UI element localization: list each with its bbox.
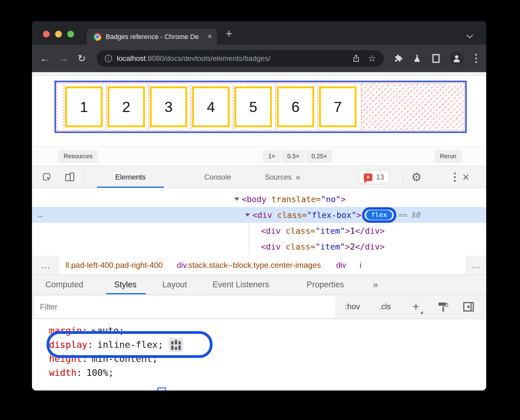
toolbar-divider: [403, 171, 403, 183]
shorthand-expander-icon[interactable]: [92, 329, 96, 333]
flex-container-demo[interactable]: 1234567: [54, 81, 467, 133]
breadcrumb: … ll.pad-left-400.pad-right-400 div.stac…: [32, 256, 486, 275]
item2-element-code: <div class="item">2</div>: [261, 242, 385, 251]
tab-elements[interactable]: Elements: [97, 166, 164, 188]
flex-item: 1: [65, 86, 103, 127]
css-rule-width[interactable]: width:100%;: [32, 366, 486, 380]
window-zoom-button[interactable]: [67, 31, 74, 37]
flex-badge[interactable]: flex: [366, 210, 392, 220]
tab-sources[interactable]: Sources: [265, 166, 292, 188]
css-property-value[interactable]: min-content;: [92, 352, 158, 366]
tab-properties[interactable]: Properties: [307, 275, 344, 294]
css-property-value[interactable]: auto;: [97, 324, 124, 338]
flex-badge-highlight-ring: flex: [366, 210, 392, 220]
tree-row-flex-box-selected[interactable]: … <div class="flex-box"> flex == $0: [32, 207, 486, 223]
inspect-element-icon[interactable]: [42, 166, 52, 188]
url-path: :8080/docs/devtools/elements/badges/: [146, 54, 271, 62]
browser-tab[interactable]: Badges reference - Chrome De ×: [87, 29, 217, 45]
hidden-ancestors-ellipsis[interactable]: …: [37, 209, 44, 219]
css-rule-display[interactable]: display:inline-flex;: [32, 338, 486, 352]
profile-avatar[interactable]: [450, 51, 464, 65]
devtools-menu-kebab-icon[interactable]: [442, 166, 457, 188]
pseudo-state-toggle[interactable]: :hov: [345, 295, 360, 319]
new-tab-button[interactable]: +: [226, 28, 232, 39]
tab-layout[interactable]: Layout: [162, 275, 187, 294]
extensions-puzzle-icon[interactable]: [394, 54, 403, 63]
styles-tab-underline: [106, 293, 146, 294]
toggle-sidebar-panel-icon[interactable]: [462, 295, 475, 319]
dollar-zero: $0: [412, 211, 421, 219]
tab-styles[interactable]: Styles: [114, 275, 137, 294]
error-badge[interactable]: × 13: [359, 170, 389, 184]
url-text[interactable]: localhost:8080/docs/devtools/elements/ba…: [117, 54, 344, 63]
css-property-name[interactable]: height: [49, 352, 82, 366]
device-toolbar-icon[interactable]: [64, 166, 75, 188]
expand-caret-icon[interactable]: [234, 198, 239, 201]
bookmark-star-icon[interactable]: ☆: [368, 54, 376, 63]
paint-roller-icon[interactable]: [437, 295, 450, 319]
css-rule-margin[interactable]: margin:auto;: [32, 324, 486, 338]
flex-item: 5: [234, 86, 272, 127]
window-minimize-button[interactable]: [55, 31, 62, 37]
site-info-icon[interactable]: i: [105, 55, 112, 62]
more-tabs-icon[interactable]: »: [296, 166, 300, 188]
element-classes-toggle[interactable]: .cls: [379, 295, 391, 319]
tab-title: Badges reference - Chrome De: [106, 33, 205, 41]
tab-event-listeners[interactable]: Event Listeners: [213, 275, 269, 294]
item1-element-code: <div class="item">1</div>: [261, 226, 385, 236]
breadcrumb-item[interactable]: div.stack.stack--block.type.center-image…: [177, 261, 321, 270]
breadcrumb-item[interactable]: ll.pad-left-400.pad-right-400: [65, 261, 163, 270]
styles-filter-input[interactable]: [34, 296, 335, 317]
url-bar[interactable]: i localhost:8080/docs/devtools/elements/…: [97, 50, 384, 67]
css-property-name[interactable]: display: [49, 338, 87, 352]
devtools-close-icon[interactable]: ×: [462, 166, 469, 188]
resources-button[interactable]: Resources: [58, 150, 98, 163]
scale-button[interactable]: 0.25×: [306, 150, 332, 163]
new-style-rule-button[interactable]: +: [413, 295, 419, 319]
side-panel-icon[interactable]: [431, 53, 441, 64]
css-property-name[interactable]: margin: [49, 324, 82, 338]
reload-button[interactable]: ↻: [78, 54, 86, 63]
breadcrumb-overflow-left[interactable]: …: [32, 256, 59, 275]
chrome-favicon-icon: [93, 33, 101, 41]
page-content: 1234567 Resources 1×0.5×0.25× Rerun: [32, 72, 486, 166]
flex-item: 2: [107, 86, 145, 127]
tree-row-item-1[interactable]: <div class="item">1</div>: [32, 223, 486, 239]
css-property-value[interactable]: 100%;: [86, 366, 114, 380]
scale-button[interactable]: 1×: [263, 150, 281, 163]
tree-row-item-2[interactable]: <div class="item">2</div>: [32, 239, 486, 254]
more-sidebar-tabs-icon[interactable]: »: [373, 275, 378, 294]
css-property-name[interactable]: width: [49, 366, 76, 380]
chevron-down-icon[interactable]: [466, 32, 473, 39]
tree-row-body[interactable]: <body translate="no">: [32, 191, 486, 207]
styles-filter-bar: :hov .cls +: [32, 295, 486, 319]
browser-menu-kebab-icon[interactable]: [474, 53, 478, 64]
back-button[interactable]: ←: [40, 54, 50, 63]
error-bubble-icon: ×: [364, 173, 372, 181]
browser-window: Badges reference - Chrome De × + ← → ↻ i…: [32, 21, 486, 390]
flexbox-editor-icon[interactable]: [169, 338, 183, 352]
breadcrumb-overflow-right[interactable]: …: [466, 256, 486, 275]
elements-tab-underline: [97, 187, 164, 188]
labs-flask-icon[interactable]: [413, 54, 422, 63]
devtools-toolbar: Elements Console Sources » × 13 ⚙ ×: [32, 166, 486, 188]
expand-caret-icon[interactable]: [245, 213, 250, 217]
body-element-code: <body translate="no">: [242, 194, 346, 204]
url-host: localhost: [117, 54, 146, 62]
css-rule-height[interactable]: height:min-content;: [32, 352, 486, 366]
rerun-button[interactable]: Rerun: [434, 150, 462, 163]
tab-computed[interactable]: Computed: [45, 275, 83, 294]
share-icon[interactable]: [352, 54, 360, 63]
css-property-value[interactable]: inline-flex;: [97, 338, 163, 352]
breadcrumb-item[interactable]: div: [336, 261, 346, 270]
gear-icon[interactable]: ⚙: [411, 166, 422, 188]
flex-item: 4: [192, 86, 230, 127]
tab-close-icon[interactable]: ×: [207, 33, 212, 41]
breadcrumb-item[interactable]: i: [360, 261, 361, 270]
clipped-swatch: [157, 387, 166, 390]
scale-button[interactable]: 0.5×: [282, 150, 305, 163]
forward-button[interactable]: →: [59, 54, 69, 63]
window-close-button[interactable]: [43, 31, 50, 37]
tab-strip: Badges reference - Chrome De × +: [32, 21, 486, 45]
tab-console[interactable]: Console: [204, 166, 231, 188]
